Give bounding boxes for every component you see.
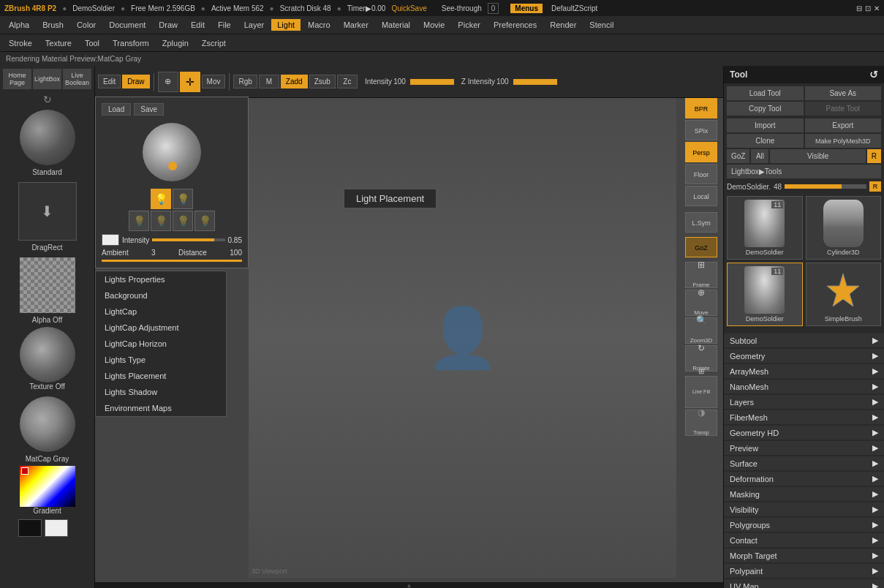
lights-properties-item[interactable]: Lights Properties [96, 271, 226, 287]
rgb-button[interactable]: Rgb [233, 75, 257, 88]
load-button[interactable]: Load [102, 103, 131, 116]
subtool-item-cylinder[interactable]: Cylinder3D [806, 196, 882, 260]
section-surface[interactable]: Surface ▶ [724, 456, 884, 470]
standard-thumbnail[interactable] [20, 110, 75, 165]
seethrough-value[interactable]: 0 [488, 3, 499, 14]
menu-item-alpha[interactable]: Alpha [3, 19, 35, 31]
ambient-val[interactable]: 3 [151, 249, 156, 257]
bpr-button[interactable]: BPR [685, 98, 717, 118]
edit-button[interactable]: Edit [98, 75, 121, 88]
minimize-icon[interactable]: ⊟ [856, 4, 862, 12]
environment-maps-item[interactable]: Environment Maps [96, 400, 226, 416]
zc-button[interactable]: Zc [337, 75, 358, 88]
copy-tool-button[interactable]: Copy Tool [727, 102, 804, 116]
section-nanomesh[interactable]: NanoMesh ▶ [724, 380, 884, 393]
lightcap-item[interactable]: LightCap [96, 304, 226, 320]
distance-val[interactable]: 100 [230, 249, 242, 257]
move-button[interactable]: Mov [202, 75, 226, 88]
nav-icon-2[interactable]: ✛ [180, 72, 200, 92]
menu-item-document[interactable]: Document [103, 19, 151, 31]
menu-item-color[interactable]: Color [71, 19, 102, 31]
save-button[interactable]: Save [134, 103, 164, 116]
make-polymesh-button[interactable]: Make PolyMesh3D [805, 134, 882, 148]
menu-item-edit[interactable]: Edit [185, 19, 211, 31]
menu-item-stroke[interactable]: Stroke [3, 37, 38, 49]
gradient-swatch[interactable] [20, 466, 75, 507]
menu-item-brush[interactable]: Brush [37, 19, 69, 31]
visible-button[interactable]: Visible [770, 149, 865, 163]
canvas-viewport[interactable]: 👤 3D Viewport [249, 98, 676, 578]
light-icon-6[interactable]: 💡 [194, 211, 215, 231]
menu-item-picker[interactable]: Picker [452, 19, 486, 31]
section-deformation[interactable]: Deformation ▶ [724, 472, 884, 486]
menu-item-zscript[interactable]: Zscript [196, 37, 232, 49]
menu-item-movie[interactable]: Movie [418, 19, 450, 31]
section-geometry[interactable]: Geometry ▶ [724, 349, 884, 363]
dragrect-button[interactable]: ⬇ [18, 182, 77, 241]
menu-item-layer[interactable]: Layer [238, 19, 271, 31]
menu-item-preferences[interactable]: Preferences [488, 19, 543, 31]
section-polypaint[interactable]: Polypaint ▶ [724, 564, 884, 578]
section-subtool[interactable]: Subtool ▶ [724, 333, 884, 347]
persp-button[interactable]: Persp [685, 142, 717, 162]
menu-item-light[interactable]: Light [271, 19, 301, 31]
quicksave-btn[interactable]: QuickSave [391, 4, 426, 12]
spix-button[interactable]: SPix [685, 120, 717, 140]
section-uv-map[interactable]: UV Map ▶ [724, 579, 884, 588]
section-geometryhd[interactable]: Geometry HD ▶ [724, 426, 884, 440]
menu-item-tool[interactable]: Tool [79, 37, 105, 49]
texture-thumbnail[interactable] [20, 327, 75, 382]
menu-item-draw[interactable]: Draw [153, 19, 184, 31]
alpha-thumbnail[interactable] [20, 257, 75, 313]
import-button[interactable]: Import [727, 118, 804, 132]
zadd-button[interactable]: Zadd [281, 75, 308, 88]
white-swatch[interactable] [45, 519, 68, 537]
matcap-thumbnail[interactable] [20, 396, 75, 452]
section-morph-target[interactable]: Morph Target ▶ [724, 549, 884, 562]
menu-item-stencil[interactable]: Stencil [583, 19, 619, 31]
lightbox-tools-button[interactable]: Lightbox▶Tools [727, 165, 881, 178]
close-icon[interactable]: ✕ [874, 4, 880, 12]
section-arraymesh[interactable]: ArrayMesh ▶ [724, 364, 884, 378]
maximize-icon[interactable]: ⊡ [865, 4, 871, 12]
light-icon-1[interactable]: 💡 [151, 189, 171, 209]
menu-item-render[interactable]: Render [544, 19, 582, 31]
live-boolean-button[interactable]: Live Boolean [63, 69, 91, 89]
z-intensity-slider[interactable] [513, 79, 557, 85]
menu-item-zplugin[interactable]: Zplugin [156, 37, 194, 49]
m-button[interactable]: M [259, 75, 279, 88]
soldier-slider[interactable] [785, 184, 866, 189]
light-icon-5[interactable]: 💡 [173, 211, 193, 231]
zsub-button[interactable]: Zsub [309, 75, 336, 88]
lsym-button[interactable]: L.Sym [685, 212, 717, 233]
light-icon-2[interactable]: 💡 [173, 189, 193, 209]
section-masking[interactable]: Masking ▶ [724, 487, 884, 501]
subtool-item-simplebrush[interactable]: SimpleBrush [806, 263, 882, 326]
home-page-button[interactable]: Home Page [3, 69, 31, 89]
lights-type-item[interactable]: Lights Type [96, 352, 226, 368]
paste-tool-button[interactable]: Paste Tool [805, 102, 882, 116]
goz-tool-button[interactable]: GoZ [727, 149, 749, 163]
light-sphere[interactable] [143, 123, 201, 181]
section-fibermesh[interactable]: FiberMesh ▶ [724, 410, 884, 424]
menus-button[interactable]: Menus [510, 4, 543, 13]
subtool-item-demosoldier[interactable]: 11 DemoSoldier [727, 196, 803, 260]
r2-button[interactable]: R [869, 181, 881, 192]
all-button[interactable]: All [751, 149, 768, 163]
section-visibility[interactable]: Visibility ▶ [724, 502, 884, 516]
black-swatch[interactable] [18, 519, 42, 537]
intensity-slider[interactable] [410, 79, 454, 85]
floor-button[interactable]: Floor [685, 164, 717, 184]
lightcap-adjustment-item[interactable]: LightCap Adjustment [96, 320, 226, 336]
intensity-swatch[interactable] [102, 234, 119, 246]
r-button[interactable]: R [867, 149, 881, 163]
clone-button[interactable]: Clone [727, 134, 804, 148]
section-contact[interactable]: Contact ▶ [724, 533, 884, 547]
menu-item-macro[interactable]: Macro [302, 19, 336, 31]
lightbox-button[interactable]: LightBox [33, 69, 61, 89]
save-as-button[interactable]: Save As [805, 86, 882, 100]
refresh-icon[interactable]: ↻ [43, 94, 52, 105]
background-item[interactable]: Background [96, 287, 226, 304]
load-tool-button[interactable]: Load Tool [727, 86, 804, 100]
lights-shadow-item[interactable]: Lights Shadow [96, 384, 226, 400]
